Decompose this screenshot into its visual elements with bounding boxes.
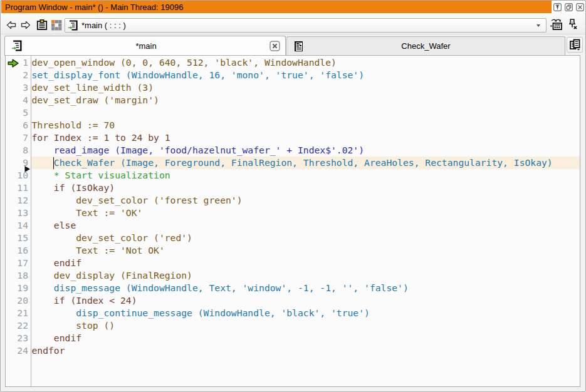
toolbar: *main ( : : : ): [1, 13, 585, 34]
tab-main-label: *main: [23, 41, 269, 51]
title-bar[interactable]: Program Window - main* () - Main Thread:…: [1, 1, 552, 13]
code-line-17[interactable]: endif: [32, 257, 580, 269]
line-number: 23: [6, 332, 28, 344]
tab-close-icon[interactable]: [269, 41, 280, 51]
line-number: 13: [6, 207, 28, 219]
local-procedure-icon: [293, 41, 305, 52]
code-line-19[interactable]: disp_message (WindowHandle, Text, 'windo…: [32, 282, 580, 294]
tab-main[interactable]: *main: [4, 36, 286, 55]
line-number: 5: [6, 106, 28, 119]
line-number: 17: [6, 257, 28, 269]
procedure-combo-value: *main ( : : : ): [81, 21, 126, 30]
program-window: Program Window - main* () - Main Thread:…: [0, 0, 586, 392]
line-number: 19: [6, 282, 28, 294]
tab-check-wafer-label: Check_Wafer: [305, 41, 547, 51]
line-number: 22: [6, 319, 28, 332]
code-line-20[interactable]: if (Index < 24): [32, 294, 580, 307]
line-number: 18: [6, 269, 28, 282]
gutter-separator: [31, 56, 31, 386]
code-line-16[interactable]: Text := 'Not OK': [32, 244, 580, 257]
tab-list-icon: [569, 39, 581, 51]
text-caret: [53, 157, 55, 169]
insert-position-marker: [24, 166, 30, 172]
code-line-24[interactable]: endfor: [32, 344, 580, 357]
pin-button[interactable]: [553, 3, 562, 11]
code-lines: dev_open_window (0, 0, 640, 512, 'black'…: [32, 56, 580, 357]
code-line-7[interactable]: for Index := 1 to 24 by 1: [32, 132, 580, 144]
line-number: 7: [6, 132, 28, 144]
code-line-21[interactable]: disp_continue_message (WindowHandle, 'bl…: [32, 307, 580, 319]
code-line-6[interactable]: Threshold := 70: [32, 119, 580, 132]
execution-arrow-icon: [8, 59, 19, 68]
tab-list-button[interactable]: [567, 37, 583, 53]
line-number: 6: [6, 119, 28, 132]
code-editor[interactable]: 123456789101112131415161718192021222324 …: [5, 56, 580, 387]
code-line-8[interactable]: read_image (Image, 'food/hazelnut_wafer_…: [32, 144, 580, 157]
main-procedure-icon: [68, 20, 78, 31]
line-number: 20: [6, 294, 28, 307]
code-line-15[interactable]: dev_set_color ('red'): [32, 232, 580, 244]
line-number: 3: [6, 81, 28, 94]
line-number: 2: [6, 69, 28, 81]
code-line-18[interactable]: dev_display (FinalRegion): [32, 269, 580, 282]
code-line-12[interactable]: dev_set_color ('forest green'): [32, 194, 580, 207]
combo-dropdown-icon[interactable]: [536, 24, 540, 27]
code-line-11[interactable]: if (IsOkay): [32, 182, 580, 194]
line-number: 16: [6, 244, 28, 257]
code-line-1[interactable]: dev_open_window (0, 0, 640, 512, 'black'…: [32, 56, 580, 69]
code-line-10[interactable]: * Start visualization: [32, 169, 580, 182]
line-number: 12: [6, 194, 28, 207]
window-title: Program Window - main* () - Main Thread:…: [5, 3, 183, 12]
code-line-5[interactable]: [32, 106, 580, 119]
procedure-combobox[interactable]: *main ( : : : ): [65, 18, 547, 33]
code-line-2[interactable]: set_display_font (WindowHandle, 16, 'mon…: [32, 69, 580, 81]
line-number: 24: [6, 344, 28, 357]
forward-icon[interactable]: [19, 18, 32, 31]
code-line-23[interactable]: endif: [32, 332, 580, 344]
code-line-13[interactable]: Text := 'OK': [32, 207, 580, 219]
window-layout-icon[interactable]: [50, 18, 63, 31]
main-procedure-icon: [11, 40, 23, 51]
code-line-22[interactable]: stop (): [32, 319, 580, 332]
line-number: 8: [6, 144, 28, 157]
line-number: 21: [6, 307, 28, 319]
code-line-14[interactable]: else: [32, 219, 580, 232]
code-line-9[interactable]: Check_Wafer (Image, Foreground, FinalReg…: [32, 157, 580, 169]
line-number: 15: [6, 232, 28, 244]
line-number: 4: [6, 94, 28, 106]
tab-strip: *main Check_Wafer: [1, 34, 585, 56]
line-number-gutter: 123456789101112131415161718192021222324: [6, 56, 28, 357]
unpin-icon[interactable]: [565, 18, 579, 31]
title-bar-buttons: [552, 1, 585, 13]
float-button[interactable]: [565, 3, 573, 11]
line-number: 11: [6, 182, 28, 194]
close-button[interactable]: [576, 3, 584, 11]
back-icon[interactable]: [5, 18, 18, 31]
paste-icon[interactable]: [36, 18, 48, 31]
open-operator-window-icon[interactable]: [550, 18, 563, 31]
code-line-3[interactable]: dev_set_line_width (3): [32, 81, 580, 94]
line-number: 14: [6, 219, 28, 232]
code-line-4[interactable]: dev_set_draw ('margin'): [32, 94, 580, 106]
tab-check-wafer[interactable]: Check_Wafer: [286, 36, 565, 55]
